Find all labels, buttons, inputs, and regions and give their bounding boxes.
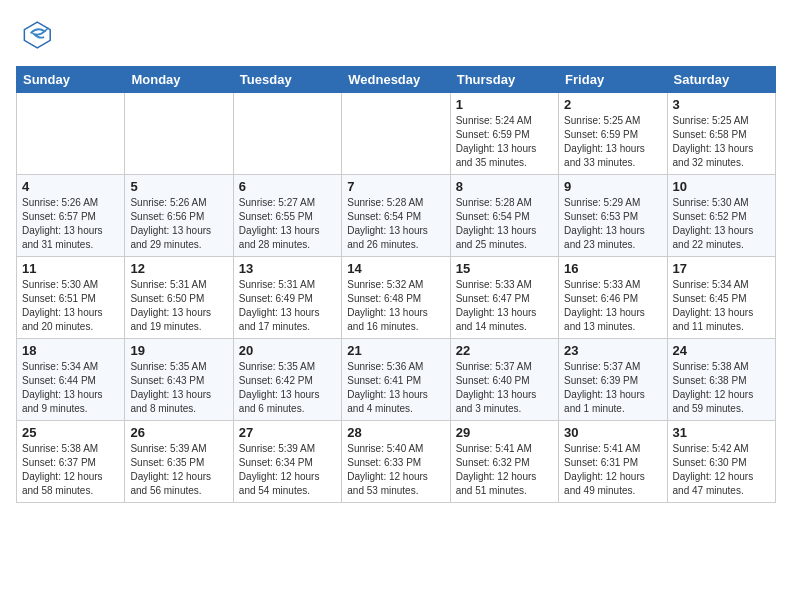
day-info: Sunrise: 5:28 AM Sunset: 6:54 PM Dayligh… [347, 196, 444, 252]
day-info: Sunrise: 5:27 AM Sunset: 6:55 PM Dayligh… [239, 196, 336, 252]
calendar-cell [342, 93, 450, 175]
calendar-cell: 2Sunrise: 5:25 AM Sunset: 6:59 PM Daylig… [559, 93, 667, 175]
calendar-cell: 12Sunrise: 5:31 AM Sunset: 6:50 PM Dayli… [125, 257, 233, 339]
day-info: Sunrise: 5:36 AM Sunset: 6:41 PM Dayligh… [347, 360, 444, 416]
day-info: Sunrise: 5:25 AM Sunset: 6:59 PM Dayligh… [564, 114, 661, 170]
calendar-cell: 31Sunrise: 5:42 AM Sunset: 6:30 PM Dayli… [667, 421, 775, 503]
calendar-cell: 29Sunrise: 5:41 AM Sunset: 6:32 PM Dayli… [450, 421, 558, 503]
calendar-cell: 28Sunrise: 5:40 AM Sunset: 6:33 PM Dayli… [342, 421, 450, 503]
day-info: Sunrise: 5:39 AM Sunset: 6:34 PM Dayligh… [239, 442, 336, 498]
day-number: 12 [130, 261, 227, 276]
calendar-cell: 16Sunrise: 5:33 AM Sunset: 6:46 PM Dayli… [559, 257, 667, 339]
calendar-cell: 5Sunrise: 5:26 AM Sunset: 6:56 PM Daylig… [125, 175, 233, 257]
day-number: 8 [456, 179, 553, 194]
day-info: Sunrise: 5:31 AM Sunset: 6:49 PM Dayligh… [239, 278, 336, 334]
calendar-cell: 26Sunrise: 5:39 AM Sunset: 6:35 PM Dayli… [125, 421, 233, 503]
day-number: 20 [239, 343, 336, 358]
calendar-cell: 7Sunrise: 5:28 AM Sunset: 6:54 PM Daylig… [342, 175, 450, 257]
day-header-tuesday: Tuesday [233, 67, 341, 93]
calendar-cell: 1Sunrise: 5:24 AM Sunset: 6:59 PM Daylig… [450, 93, 558, 175]
calendar-cell: 30Sunrise: 5:41 AM Sunset: 6:31 PM Dayli… [559, 421, 667, 503]
day-number: 24 [673, 343, 770, 358]
calendar-table: SundayMondayTuesdayWednesdayThursdayFrid… [16, 66, 776, 503]
day-info: Sunrise: 5:37 AM Sunset: 6:40 PM Dayligh… [456, 360, 553, 416]
day-info: Sunrise: 5:41 AM Sunset: 6:32 PM Dayligh… [456, 442, 553, 498]
logo-icon [16, 16, 54, 54]
day-number: 2 [564, 97, 661, 112]
day-info: Sunrise: 5:40 AM Sunset: 6:33 PM Dayligh… [347, 442, 444, 498]
day-header-monday: Monday [125, 67, 233, 93]
day-header-friday: Friday [559, 67, 667, 93]
calendar-cell: 14Sunrise: 5:32 AM Sunset: 6:48 PM Dayli… [342, 257, 450, 339]
calendar-cell: 17Sunrise: 5:34 AM Sunset: 6:45 PM Dayli… [667, 257, 775, 339]
day-info: Sunrise: 5:37 AM Sunset: 6:39 PM Dayligh… [564, 360, 661, 416]
calendar-cell: 13Sunrise: 5:31 AM Sunset: 6:49 PM Dayli… [233, 257, 341, 339]
day-number: 26 [130, 425, 227, 440]
calendar-cell: 27Sunrise: 5:39 AM Sunset: 6:34 PM Dayli… [233, 421, 341, 503]
calendar-cell: 10Sunrise: 5:30 AM Sunset: 6:52 PM Dayli… [667, 175, 775, 257]
day-info: Sunrise: 5:32 AM Sunset: 6:48 PM Dayligh… [347, 278, 444, 334]
day-header-wednesday: Wednesday [342, 67, 450, 93]
day-info: Sunrise: 5:26 AM Sunset: 6:56 PM Dayligh… [130, 196, 227, 252]
day-number: 11 [22, 261, 119, 276]
calendar-cell: 9Sunrise: 5:29 AM Sunset: 6:53 PM Daylig… [559, 175, 667, 257]
day-number: 5 [130, 179, 227, 194]
calendar-cell [233, 93, 341, 175]
day-info: Sunrise: 5:38 AM Sunset: 6:38 PM Dayligh… [673, 360, 770, 416]
day-info: Sunrise: 5:26 AM Sunset: 6:57 PM Dayligh… [22, 196, 119, 252]
calendar-week-3: 11Sunrise: 5:30 AM Sunset: 6:51 PM Dayli… [17, 257, 776, 339]
day-number: 23 [564, 343, 661, 358]
calendar-cell: 20Sunrise: 5:35 AM Sunset: 6:42 PM Dayli… [233, 339, 341, 421]
day-info: Sunrise: 5:31 AM Sunset: 6:50 PM Dayligh… [130, 278, 227, 334]
calendar-cell: 22Sunrise: 5:37 AM Sunset: 6:40 PM Dayli… [450, 339, 558, 421]
day-info: Sunrise: 5:30 AM Sunset: 6:51 PM Dayligh… [22, 278, 119, 334]
calendar-cell: 8Sunrise: 5:28 AM Sunset: 6:54 PM Daylig… [450, 175, 558, 257]
calendar-header-row: SundayMondayTuesdayWednesdayThursdayFrid… [17, 67, 776, 93]
day-number: 18 [22, 343, 119, 358]
day-header-sunday: Sunday [17, 67, 125, 93]
day-number: 9 [564, 179, 661, 194]
calendar-cell: 11Sunrise: 5:30 AM Sunset: 6:51 PM Dayli… [17, 257, 125, 339]
calendar-cell: 4Sunrise: 5:26 AM Sunset: 6:57 PM Daylig… [17, 175, 125, 257]
day-number: 1 [456, 97, 553, 112]
day-header-saturday: Saturday [667, 67, 775, 93]
day-number: 13 [239, 261, 336, 276]
day-info: Sunrise: 5:34 AM Sunset: 6:45 PM Dayligh… [673, 278, 770, 334]
calendar-cell: 3Sunrise: 5:25 AM Sunset: 6:58 PM Daylig… [667, 93, 775, 175]
day-info: Sunrise: 5:35 AM Sunset: 6:43 PM Dayligh… [130, 360, 227, 416]
day-header-thursday: Thursday [450, 67, 558, 93]
calendar-week-5: 25Sunrise: 5:38 AM Sunset: 6:37 PM Dayli… [17, 421, 776, 503]
calendar-cell: 21Sunrise: 5:36 AM Sunset: 6:41 PM Dayli… [342, 339, 450, 421]
day-number: 27 [239, 425, 336, 440]
day-number: 30 [564, 425, 661, 440]
calendar-week-2: 4Sunrise: 5:26 AM Sunset: 6:57 PM Daylig… [17, 175, 776, 257]
day-number: 15 [456, 261, 553, 276]
calendar-cell [17, 93, 125, 175]
day-info: Sunrise: 5:38 AM Sunset: 6:37 PM Dayligh… [22, 442, 119, 498]
page-header [16, 16, 776, 54]
day-info: Sunrise: 5:34 AM Sunset: 6:44 PM Dayligh… [22, 360, 119, 416]
day-number: 21 [347, 343, 444, 358]
calendar-cell: 6Sunrise: 5:27 AM Sunset: 6:55 PM Daylig… [233, 175, 341, 257]
calendar-week-1: 1Sunrise: 5:24 AM Sunset: 6:59 PM Daylig… [17, 93, 776, 175]
day-number: 19 [130, 343, 227, 358]
day-number: 14 [347, 261, 444, 276]
day-number: 31 [673, 425, 770, 440]
day-info: Sunrise: 5:42 AM Sunset: 6:30 PM Dayligh… [673, 442, 770, 498]
calendar-cell: 24Sunrise: 5:38 AM Sunset: 6:38 PM Dayli… [667, 339, 775, 421]
day-number: 3 [673, 97, 770, 112]
day-info: Sunrise: 5:41 AM Sunset: 6:31 PM Dayligh… [564, 442, 661, 498]
calendar-cell: 25Sunrise: 5:38 AM Sunset: 6:37 PM Dayli… [17, 421, 125, 503]
logo [16, 16, 58, 54]
calendar-cell [125, 93, 233, 175]
day-number: 29 [456, 425, 553, 440]
calendar-cell: 23Sunrise: 5:37 AM Sunset: 6:39 PM Dayli… [559, 339, 667, 421]
day-info: Sunrise: 5:28 AM Sunset: 6:54 PM Dayligh… [456, 196, 553, 252]
day-number: 16 [564, 261, 661, 276]
day-number: 22 [456, 343, 553, 358]
day-number: 10 [673, 179, 770, 194]
day-number: 6 [239, 179, 336, 194]
day-info: Sunrise: 5:33 AM Sunset: 6:46 PM Dayligh… [564, 278, 661, 334]
day-info: Sunrise: 5:25 AM Sunset: 6:58 PM Dayligh… [673, 114, 770, 170]
calendar-cell: 15Sunrise: 5:33 AM Sunset: 6:47 PM Dayli… [450, 257, 558, 339]
